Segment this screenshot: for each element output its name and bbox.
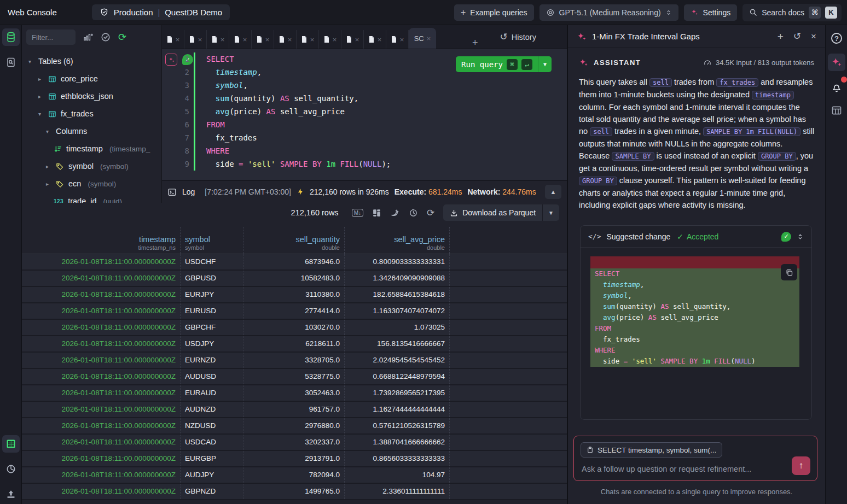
- expand-collapse-icon[interactable]: [797, 232, 804, 241]
- table-row[interactable]: 2026-01-08T18:11:00.000000000ZGBPUSD1058…: [22, 271, 567, 287]
- table-cell[interactable]: USDCAD: [181, 435, 243, 450]
- table-cell[interactable]: 3052463.0: [243, 385, 345, 401]
- refresh-icon[interactable]: ⟳: [118, 31, 126, 43]
- table-cell[interactable]: 2026-01-08T18:11:00.000000000Z: [22, 320, 181, 335]
- send-button[interactable]: ↑: [792, 456, 810, 475]
- code-line[interactable]: 7 fx_trades: [162, 131, 567, 144]
- close-tab-icon[interactable]: ×: [221, 36, 225, 44]
- table-cell[interactable]: 2026-01-08T18:11:00.000000000Z: [22, 467, 181, 483]
- table-cell[interactable]: USDCHF: [181, 254, 243, 269]
- bird-icon[interactable]: [390, 208, 400, 218]
- new-chat-icon[interactable]: +: [778, 31, 784, 43]
- table-cell[interactable]: GBPUSD: [181, 271, 243, 286]
- table-cell[interactable]: EURAUD: [181, 385, 243, 401]
- collapse-log-button[interactable]: ▲: [545, 185, 561, 199]
- notifications-bell-icon[interactable]: [828, 79, 845, 96]
- table-cell[interactable]: EURJPY: [181, 287, 243, 302]
- chat-input[interactable]: [582, 461, 768, 477]
- table-cell[interactable]: 2.336011111111111: [345, 484, 450, 499]
- table-cell[interactable]: EURNZD: [181, 353, 243, 368]
- example-queries-button[interactable]: + Example queries: [454, 4, 534, 21]
- table-cell[interactable]: 3202337.0: [243, 435, 345, 450]
- sql-editor[interactable]: ✓ 1SELECT2 timestamp,3 symbol,4 sum(quan…: [162, 49, 567, 180]
- table-cell[interactable]: 3110380.0: [243, 287, 345, 302]
- table-cell[interactable]: 2026-01-08T18:11:00.000000000Z: [22, 385, 181, 401]
- file-tab[interactable]: ×: [252, 30, 274, 49]
- table-cell[interactable]: 1.3887041666666662: [345, 435, 450, 450]
- copy-code-button[interactable]: [781, 264, 797, 280]
- table-cell[interactable]: EURGBP: [181, 451, 243, 466]
- close-tab-icon[interactable]: ×: [333, 36, 337, 44]
- table-cell[interactable]: 2026-01-08T18:11:00.000000000Z: [22, 353, 181, 368]
- table-row[interactable]: 2026-01-08T18:11:00.000000000ZUSDCAD3202…: [22, 435, 567, 451]
- import-upload-icon[interactable]: [2, 485, 20, 503]
- column-symbol[interactable]: ▸ symbol (symbol): [22, 157, 161, 175]
- table-cell[interactable]: 0.8009033333333331: [345, 254, 450, 269]
- close-tab-icon[interactable]: ×: [243, 36, 247, 44]
- table-cell[interactable]: 961757.0: [243, 402, 345, 417]
- settings-button[interactable]: Settings: [684, 4, 738, 21]
- table-cell[interactable]: 782094.0: [243, 467, 345, 483]
- column-ecn[interactable]: ▸ ecn (symbol): [22, 175, 161, 192]
- table-cell[interactable]: 104.97: [345, 467, 450, 483]
- column-trade-id[interactable]: 123 trade_id (uuid): [22, 192, 161, 203]
- table-row[interactable]: 2026-01-08T18:11:00.000000000ZUSDCHF6873…: [22, 254, 567, 271]
- table-cell[interactable]: 2026-01-08T18:11:00.000000000Z: [22, 303, 181, 319]
- table-row[interactable]: 2026-01-08T18:11:00.000000000ZAUDNZD9617…: [22, 402, 567, 418]
- linked-query-chip[interactable]: SELECT timestamp, symbol, sum(...: [581, 442, 722, 458]
- help-icon[interactable]: ?: [828, 30, 845, 47]
- table-cell[interactable]: EURUSD: [181, 303, 243, 319]
- code-line[interactable]: 4 sum(quantity) AS sell_quantity,: [162, 92, 567, 105]
- table-row[interactable]: 2026-01-08T18:11:00.000000000ZGBPCHF1030…: [22, 320, 567, 336]
- table-cell[interactable]: 2026-01-08T18:11:00.000000000Z: [22, 254, 181, 269]
- table-row[interactable]: 2026-01-08T18:11:00.000000000ZAUDJPY7820…: [22, 467, 567, 484]
- download-options-chevron[interactable]: ▼: [543, 210, 559, 216]
- log-label[interactable]: Log: [182, 187, 195, 196]
- model-selector[interactable]: GPT-5.1 (Medium Reasoning): [539, 4, 678, 21]
- table-cell[interactable]: GBPCHF: [181, 320, 243, 335]
- run-options-chevron[interactable]: ▼: [538, 61, 552, 67]
- table-search-icon[interactable]: [2, 54, 20, 71]
- filter-input[interactable]: [26, 30, 76, 45]
- file-tab[interactable]: ×: [229, 30, 252, 49]
- table-cell[interactable]: 2026-01-08T18:11:00.000000000Z: [22, 451, 181, 466]
- file-tab[interactable]: ×: [274, 30, 297, 49]
- diff-code-block[interactable]: SELECT timestamp, symbol, sum(quantity) …: [590, 256, 799, 367]
- table-cell[interactable]: 2.0249545454545452: [345, 353, 450, 368]
- table-cell[interactable]: 1.073025: [345, 320, 450, 335]
- table-cell[interactable]: 1030270.0: [243, 320, 345, 335]
- table-cell[interactable]: 10582483.0: [243, 271, 345, 286]
- table-cell[interactable]: 2774414.0: [243, 303, 345, 319]
- table-row[interactable]: 2026-01-08T18:11:00.000000000ZUSDJPY6218…: [22, 336, 567, 353]
- assistant-sparkle-icon[interactable]: [828, 54, 845, 71]
- database-nav-icon[interactable]: [2, 28, 20, 46]
- markdown-export-icon[interactable]: M↓: [352, 209, 363, 217]
- grid-results-icon[interactable]: [2, 435, 20, 453]
- table-row[interactable]: 2026-01-08T18:11:00.000000000ZGBPNZD1499…: [22, 484, 567, 500]
- tables-header[interactable]: ▾ Tables (6): [22, 52, 161, 70]
- table-cell[interactable]: GBPNZD: [181, 484, 243, 499]
- table-cell[interactable]: 2026-01-08T18:11:00.000000000Z: [22, 287, 181, 302]
- close-tab-icon[interactable]: ×: [355, 36, 359, 44]
- close-tab-icon[interactable]: ×: [378, 36, 382, 44]
- table-cell[interactable]: AUDJPY: [181, 467, 243, 483]
- table-cell[interactable]: 156.8135416666667: [345, 336, 450, 351]
- column-header-sell_avg_price[interactable]: sell_avg_pricedouble: [345, 227, 450, 254]
- file-tab[interactable]: ×: [364, 30, 386, 49]
- table-cell[interactable]: 1.3426409090909088: [345, 271, 450, 286]
- run-query-button[interactable]: Run query ⌘ ↵ ▼: [456, 56, 552, 72]
- code-line[interactable]: 8WHERE: [162, 144, 567, 157]
- file-tab[interactable]: ×: [162, 30, 184, 49]
- table-row[interactable]: 2026-01-08T18:11:00.000000000ZAUDUSD5328…: [22, 369, 567, 385]
- table-row[interactable]: 2026-01-08T18:11:00.000000000ZEURUSD2774…: [22, 303, 567, 320]
- table-cell[interactable]: NZDUSD: [181, 418, 243, 433]
- table-row[interactable]: 2026-01-08T18:11:00.000000000ZEURGBP2913…: [22, 451, 567, 467]
- layout-grid-icon[interactable]: [372, 208, 381, 218]
- close-tab-icon[interactable]: ×: [176, 36, 180, 44]
- close-tab-icon[interactable]: ×: [265, 36, 270, 44]
- table-cell[interactable]: 0.6688122448979594: [345, 369, 450, 384]
- file-tab[interactable]: ×: [386, 30, 409, 49]
- table-cell[interactable]: AUDNZD: [181, 402, 243, 417]
- table-row[interactable]: 2026-01-08T18:11:00.000000000ZEURAUD3052…: [22, 385, 567, 402]
- column-header-timestamp[interactable]: timestamptimestamp_ns: [22, 227, 181, 254]
